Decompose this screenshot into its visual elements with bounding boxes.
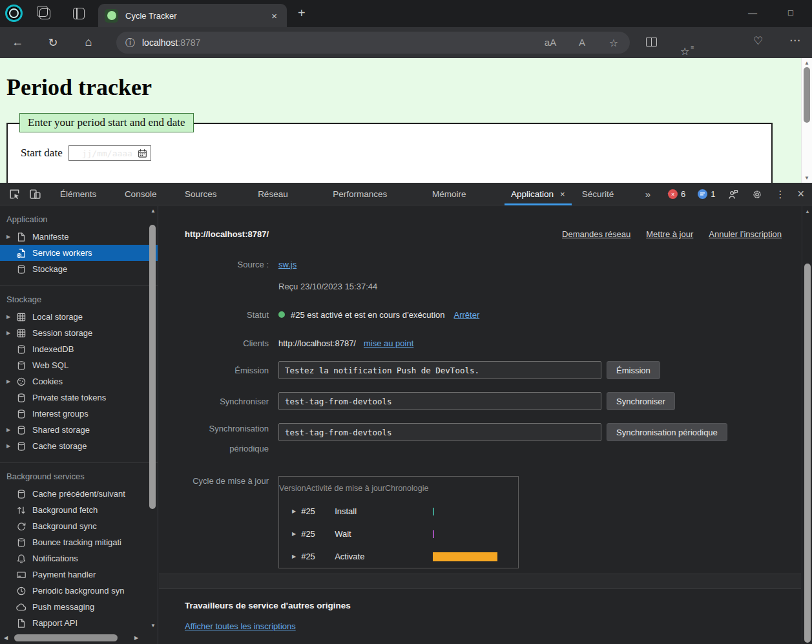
sidebar-item[interactable]: Payment handler xyxy=(0,566,158,583)
sw-action-link[interactable]: Annuler l’inscription xyxy=(709,229,782,239)
sidebar-item[interactable]: Web SQL xyxy=(0,357,158,373)
close-tab-icon[interactable]: × xyxy=(268,9,280,23)
expander-icon[interactable] xyxy=(6,314,16,320)
sw-action-link[interactable]: Mettre à jour xyxy=(646,229,693,239)
sidebar-item[interactable]: Stockage xyxy=(0,261,158,277)
translate-icon[interactable]: aA xyxy=(543,37,557,48)
issue-badge[interactable]: 1 xyxy=(698,189,715,199)
scroll-right-icon[interactable]: ▶ xyxy=(134,635,138,641)
sidebar-item[interactable]: Background sync xyxy=(0,518,158,534)
error-badge[interactable]: × 6 xyxy=(668,189,685,199)
scroll-up-icon[interactable]: ▲ xyxy=(802,60,812,66)
tab-actions-icon[interactable] xyxy=(73,8,85,19)
devtools-tab[interactable]: Mémoire xyxy=(424,183,486,205)
sidebar-item[interactable]: Background fetch xyxy=(0,502,158,518)
scroll-down-icon[interactable]: ▼ xyxy=(802,175,812,181)
periodic-sync-input[interactable] xyxy=(278,423,601,441)
favorites-bar-icon[interactable]: ☆ xyxy=(680,46,689,57)
sidebar-item[interactable]: Notifications xyxy=(0,550,158,566)
source-file-link[interactable]: sw.js xyxy=(278,260,297,269)
devtools-menu-icon[interactable]: ⋮ xyxy=(775,189,785,200)
devtools-scrollbar[interactable]: ▲ xyxy=(802,206,812,644)
expander-icon[interactable] xyxy=(6,443,16,449)
sidebar-item[interactable]: Local storage xyxy=(0,309,158,325)
browser-tab[interactable]: Cycle Tracker × xyxy=(98,4,287,27)
cycle-table-row[interactable]: #25 Wait xyxy=(279,523,518,545)
expander-icon[interactable] xyxy=(6,234,16,240)
devtools-tab[interactable]: Console xyxy=(116,183,176,205)
cycle-table-row[interactable]: #25 Install xyxy=(279,500,518,523)
sw-action-link[interactable]: Demandes réseau xyxy=(562,229,630,239)
sync-button[interactable]: Synchroniser xyxy=(607,392,675,410)
devtools-scroll-thumb[interactable] xyxy=(804,264,811,643)
sidebar-item[interactable]: Cache storage xyxy=(0,438,158,454)
stop-link[interactable]: Arrêter xyxy=(453,310,479,320)
devtools-tab[interactable]: Performances xyxy=(324,183,407,205)
sidebar-item[interactable]: Private state tokens xyxy=(0,390,158,406)
devtools-scroll-up-icon[interactable]: ▲ xyxy=(804,209,811,214)
devtools-tab[interactable]: Sources xyxy=(176,183,236,205)
sidebar-item[interactable]: Session storage xyxy=(0,325,158,341)
periodic-sync-button[interactable]: Synchronisation périodique xyxy=(607,423,727,441)
inspect-element-icon[interactable] xyxy=(8,188,21,200)
expander-icon[interactable] xyxy=(6,427,16,433)
sidebar-item[interactable]: Bounce tracking mitigati xyxy=(0,534,158,550)
home-icon[interactable]: ⌂ xyxy=(81,36,96,49)
split-screen-icon[interactable] xyxy=(646,37,657,47)
back-icon[interactable]: ← xyxy=(10,36,25,49)
expander-icon[interactable] xyxy=(6,379,16,384)
page-scrollbar[interactable]: ▲ ▼ xyxy=(801,58,812,183)
sidebar-item[interactable]: Shared storage xyxy=(0,422,158,438)
minimize-button[interactable]: — xyxy=(743,8,762,18)
devtools-tab[interactable]: Éléments xyxy=(52,183,116,205)
settings-more-icon[interactable]: ⋯ xyxy=(789,34,800,47)
push-button[interactable]: Émission xyxy=(607,361,660,379)
sidebar-item[interactable]: Periodic background syn xyxy=(0,583,158,599)
url-bar[interactable]: ⓘ localhost:8787 aA A ☆ xyxy=(116,32,630,54)
row-expander-icon[interactable] xyxy=(279,508,296,514)
sidebar-scroll-up-icon[interactable]: ▲ xyxy=(151,208,156,214)
devtools-tab[interactable]: Sécurité xyxy=(574,183,634,205)
cycle-table-row[interactable]: #25 Activate xyxy=(279,545,518,568)
start-date-input[interactable]: jj/mm/aaaa xyxy=(68,145,151,161)
new-tab-button[interactable]: + xyxy=(298,6,306,21)
push-input[interactable] xyxy=(278,361,601,379)
devtools-tab[interactable]: Application xyxy=(503,183,574,205)
favorite-star-icon[interactable]: ☆ xyxy=(607,37,621,49)
workspaces-icon[interactable] xyxy=(39,8,50,19)
sidebar-scroll-thumb[interactable] xyxy=(149,225,156,509)
more-tabs-icon[interactable]: » xyxy=(645,189,651,200)
sidebar-scroll-down-icon[interactable]: ▼ xyxy=(151,623,156,628)
sidebar-item[interactable]: Cookies xyxy=(0,373,158,390)
page-scroll-thumb[interactable] xyxy=(804,67,810,123)
focus-link[interactable]: mise au point xyxy=(364,338,413,348)
sync-input[interactable] xyxy=(278,392,601,410)
row-expander-icon[interactable] xyxy=(279,531,296,537)
close-panel-tab-icon[interactable] xyxy=(560,189,565,199)
calendar-icon[interactable] xyxy=(138,149,147,158)
read-aloud-icon[interactable]: A xyxy=(575,37,589,48)
devtools-tab[interactable]: Réseau xyxy=(249,183,307,205)
feedback-icon[interactable] xyxy=(727,189,739,200)
refresh-icon[interactable]: ↻ xyxy=(45,36,61,50)
site-info-icon[interactable]: ⓘ xyxy=(125,37,135,49)
sidebar-hscroll-thumb[interactable] xyxy=(14,634,118,641)
maximize-button[interactable]: □ xyxy=(781,8,800,17)
device-toolbar-icon[interactable] xyxy=(29,188,41,200)
sidebar-item[interactable]: Service workers xyxy=(0,245,158,261)
show-all-registrations-link[interactable]: Afficher toutes les inscriptions xyxy=(185,621,296,631)
sidebar-item[interactable]: Interest groups xyxy=(0,406,158,422)
browser-essentials-icon[interactable]: ♡ xyxy=(753,34,763,48)
sidebar-item[interactable]: Push messaging xyxy=(0,599,158,615)
scroll-left-icon[interactable]: ◀ xyxy=(4,635,8,641)
settings-gear-icon[interactable] xyxy=(751,189,763,200)
sidebar-item[interactable]: Manifeste xyxy=(0,229,158,245)
browser-logo-icon[interactable] xyxy=(5,5,23,22)
devtools-close-icon[interactable]: × xyxy=(797,187,804,201)
sidebar-item[interactable]: Cache précédent/suivant xyxy=(0,486,158,502)
row-expander-icon[interactable] xyxy=(279,554,296,559)
sidebar-hscrollbar[interactable]: ◀ ▶ xyxy=(0,632,158,644)
expander-icon[interactable] xyxy=(6,330,16,336)
sidebar-item[interactable]: Rapport API xyxy=(0,615,158,631)
sidebar-item[interactable]: IndexedDB xyxy=(0,341,158,357)
